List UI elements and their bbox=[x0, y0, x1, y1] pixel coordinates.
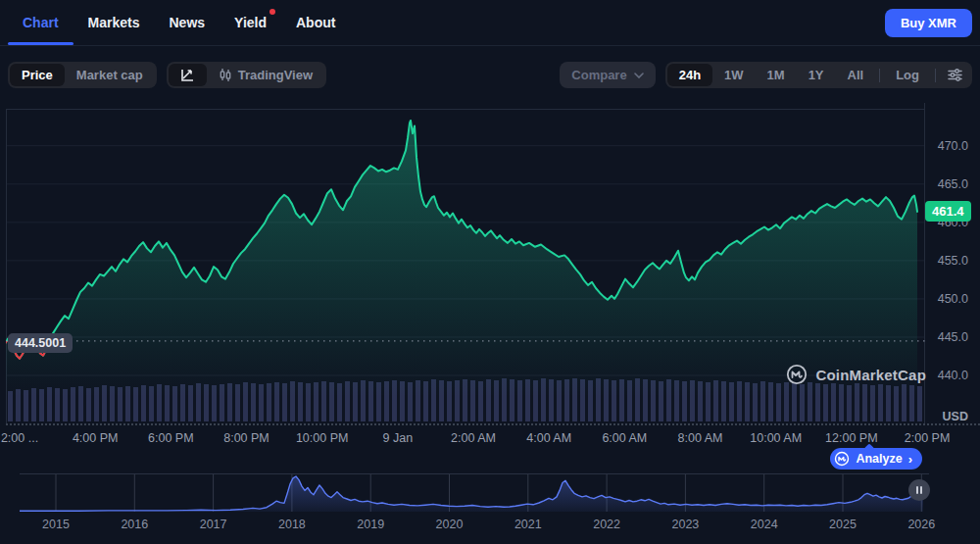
line-chart-style-button[interactable] bbox=[169, 64, 207, 86]
prev-close-label: 444.5001 bbox=[8, 333, 73, 353]
line-chart-icon bbox=[180, 68, 195, 82]
log-label: Log bbox=[896, 68, 919, 82]
time-tick-label: 2:00 ... bbox=[1, 431, 38, 445]
chevron-right-icon: › bbox=[908, 452, 912, 467]
toolbar-left: PriceMarket cap bbox=[8, 62, 326, 88]
unit-label: USD bbox=[943, 410, 968, 423]
chart-style-toggle: TradingView bbox=[167, 62, 326, 88]
time-tick-label: 2:00 AM bbox=[451, 431, 496, 445]
top-nav: ChartMarketsNewsYieldAbout Buy XMR bbox=[0, 0, 980, 46]
coinmarketcap-watermark: CoinMarketCap bbox=[786, 364, 926, 385]
time-tick-label: 4:00 PM bbox=[73, 431, 119, 445]
year-tick-label: 2015 bbox=[42, 518, 70, 531]
range-option-24h[interactable]: 24h bbox=[667, 64, 712, 86]
chart-toolbar: PriceMarket cap bbox=[8, 62, 972, 91]
price-tick-label: 450.0 bbox=[938, 292, 968, 306]
year-tick-label: 2016 bbox=[121, 518, 148, 531]
notification-dot bbox=[270, 9, 275, 15]
analyze-label: Analyze bbox=[856, 452, 902, 466]
analyze-icon bbox=[834, 451, 850, 467]
price-tick-label: 455.0 bbox=[938, 254, 968, 268]
nav-tab-about[interactable]: About bbox=[281, 0, 350, 45]
nav-tab-chart[interactable]: Chart bbox=[8, 0, 74, 45]
price-area-fill bbox=[6, 121, 917, 399]
price-tick-label: 470.0 bbox=[938, 139, 968, 153]
nav-tab-yield[interactable]: Yield bbox=[220, 0, 281, 45]
toolbar-right: Compare 24h1W1M1YAll Log bbox=[560, 62, 972, 88]
cmc-logo-icon bbox=[786, 364, 808, 385]
coinmarketcap-chart-page: ChartMarketsNewsYieldAbout Buy XMR Price… bbox=[0, 0, 980, 544]
metric-option-market-cap[interactable]: Market cap bbox=[65, 64, 155, 86]
range-option-1w[interactable]: 1W bbox=[712, 64, 756, 86]
time-tick-label: 6:00 PM bbox=[148, 431, 194, 445]
time-tick-label: 9 Jan bbox=[383, 431, 414, 445]
time-tick-label: 10:00 AM bbox=[750, 431, 802, 445]
price-marketcap-toggle: PriceMarket cap bbox=[8, 62, 157, 88]
axis-separator bbox=[6, 423, 980, 425]
history-brush-area[interactable] bbox=[20, 473, 929, 513]
year-tick-label: 2017 bbox=[200, 518, 227, 531]
time-tick-label: 10:00 PM bbox=[296, 431, 349, 445]
year-tick-label: 2020 bbox=[436, 518, 464, 531]
brush-handle[interactable] bbox=[908, 479, 930, 501]
buy-xmr-button[interactable]: Buy XMR bbox=[885, 9, 972, 37]
nav-tab-markets[interactable]: Markets bbox=[74, 0, 155, 45]
tradingview-label: TradingView bbox=[238, 68, 313, 82]
year-tick-label: 2024 bbox=[751, 518, 778, 531]
nav-tab-news[interactable]: News bbox=[154, 0, 220, 45]
volume-bar bbox=[917, 386, 922, 421]
candlestick-icon bbox=[219, 68, 232, 82]
chart-settings-button[interactable] bbox=[940, 64, 970, 86]
history-chart-svg[interactable] bbox=[20, 473, 929, 513]
metric-option-price[interactable]: Price bbox=[10, 64, 65, 86]
time-tick-label: 4:00 AM bbox=[526, 431, 571, 445]
year-tick-label: 2022 bbox=[593, 518, 620, 531]
time-tick-label: 8:00 PM bbox=[223, 431, 270, 445]
range-selector: 24h1W1M1YAll Log bbox=[665, 62, 972, 88]
compare-label: Compare bbox=[571, 68, 626, 82]
tradingview-style-button[interactable]: TradingView bbox=[207, 64, 324, 86]
compare-button[interactable]: Compare bbox=[560, 62, 655, 88]
divider bbox=[879, 69, 880, 82]
time-tick-label: 8:00 AM bbox=[678, 431, 723, 445]
sliders-icon bbox=[948, 68, 962, 82]
time-tick-label: 6:00 AM bbox=[602, 431, 647, 445]
year-tick-label: 2019 bbox=[357, 518, 384, 531]
nav-tabs: ChartMarketsNewsYieldAbout bbox=[8, 0, 350, 45]
price-tick-label: 445.0 bbox=[938, 330, 968, 344]
price-tick-label: 440.0 bbox=[938, 369, 968, 382]
year-tick-label: 2021 bbox=[514, 518, 542, 531]
range-option-1m[interactable]: 1M bbox=[756, 64, 797, 86]
price-tick-label: 465.0 bbox=[938, 177, 968, 191]
year-tick-label: 2025 bbox=[829, 518, 857, 531]
current-price-badge: 461.4 bbox=[925, 201, 971, 222]
year-tick-label: 2018 bbox=[278, 518, 306, 531]
range-buttons: 24h1W1M1YAll bbox=[667, 64, 876, 86]
watermark-text: CoinMarketCap bbox=[815, 367, 926, 383]
analyze-button[interactable]: Analyze › bbox=[830, 448, 922, 470]
history-area-fill bbox=[20, 476, 923, 512]
year-tick-label: 2023 bbox=[671, 518, 699, 531]
range-option-1y[interactable]: 1Y bbox=[797, 64, 836, 86]
history-line bbox=[20, 476, 923, 511]
year-tick-label: 2026 bbox=[907, 518, 935, 531]
divider bbox=[935, 69, 936, 82]
time-tick-label: 2:00 PM bbox=[905, 431, 951, 445]
range-option-all[interactable]: All bbox=[836, 64, 876, 86]
time-tick-label: 12:00 PM bbox=[825, 431, 878, 445]
log-scale-button[interactable]: Log bbox=[884, 64, 931, 86]
chevron-down-icon bbox=[634, 73, 644, 78]
